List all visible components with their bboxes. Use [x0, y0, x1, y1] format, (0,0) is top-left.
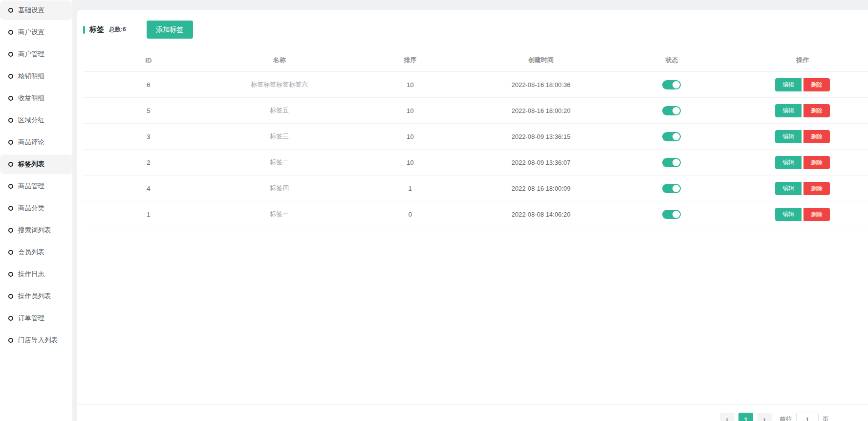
circle-icon [8, 74, 13, 79]
cell-sort: 0 [345, 211, 476, 218]
toggle-knob [673, 185, 680, 192]
circle-icon [8, 96, 13, 101]
total-count: 总数:6 [109, 25, 126, 34]
sidebar-item[interactable]: 商户管理 [0, 44, 72, 64]
table-header-row: ID名称排序创建时间状态操作 [83, 49, 868, 72]
sidebar-item[interactable]: 区域分红 [0, 111, 72, 130]
delete-button[interactable]: 删除 [803, 156, 830, 169]
toggle-knob [673, 81, 680, 89]
cell-created: 2022-08-09 13:36:15 [476, 133, 607, 140]
cell-name: 标签二 [214, 158, 345, 167]
circle-icon [8, 30, 13, 35]
goto-page-input[interactable] [796, 413, 819, 421]
edit-button[interactable]: 编辑 [775, 130, 802, 143]
status-toggle[interactable] [662, 210, 681, 219]
sidebar-item[interactable]: 操作日志 [0, 265, 72, 284]
cell-status [607, 106, 738, 115]
status-toggle[interactable] [662, 158, 681, 167]
cell-created: 2022-08-16 18:00:36 [476, 81, 607, 89]
cell-name: 标签五 [214, 106, 345, 115]
cell-status [607, 184, 738, 193]
sidebar-item[interactable]: 会员列表 [0, 243, 72, 262]
sidebar-item-label: 标签列表 [18, 160, 44, 169]
cell-actions: 编辑 删除 [737, 208, 868, 221]
cell-id: 4 [83, 185, 214, 192]
sidebar-item[interactable]: 门店导入列表 [0, 331, 72, 350]
sidebar-item[interactable]: 商户设置 [0, 22, 72, 42]
cell-name: 标签四 [214, 184, 345, 193]
edit-button[interactable]: 编辑 [775, 78, 802, 91]
cell-status [607, 80, 738, 89]
cell-id: 6 [83, 81, 214, 89]
delete-button[interactable]: 删除 [803, 208, 830, 221]
cell-id: 2 [83, 159, 214, 166]
page-number-button[interactable]: 1 [738, 413, 753, 421]
table-row: 3 标签三 10 2022-08-09 13:36:15 编辑 删除 [83, 124, 868, 150]
status-toggle[interactable] [662, 106, 681, 115]
edit-button[interactable]: 编辑 [775, 208, 802, 221]
sidebar-item[interactable]: 订单管理 [0, 309, 72, 328]
table-row: 5 标签五 10 2022-08-16 18:00:20 编辑 删除 [83, 98, 868, 124]
sidebar-item[interactable]: 商品评论 [0, 133, 72, 152]
circle-icon [8, 250, 13, 255]
cell-id: 1 [83, 211, 214, 218]
status-toggle[interactable] [662, 132, 681, 141]
cell-name: 标签一 [214, 210, 345, 219]
sidebar-item[interactable]: 商品管理 [0, 177, 72, 196]
delete-button[interactable]: 删除 [803, 182, 830, 195]
prev-page-button[interactable]: ‹ [720, 413, 735, 421]
circle-icon [8, 316, 13, 321]
add-tag-button[interactable]: 添加标签 [147, 21, 193, 39]
sidebar-item[interactable]: 商品分类 [0, 199, 72, 218]
status-toggle[interactable] [662, 80, 681, 89]
toggle-knob [673, 211, 680, 218]
sidebar-item-label: 区域分红 [18, 116, 44, 125]
sidebar: 基础设置 商户设置 商户管理 核销明细 收益明细 区域分红 商品评论 标签列表 … [0, 0, 72, 421]
cell-status [607, 210, 738, 219]
sidebar-item[interactable]: 操作员列表 [0, 287, 72, 306]
next-page-button[interactable]: › [757, 413, 772, 421]
edit-button[interactable]: 编辑 [775, 182, 802, 195]
sidebar-item-label: 订单管理 [18, 314, 44, 323]
sidebar-item[interactable]: 核销明细 [0, 66, 72, 86]
circle-icon [8, 294, 13, 299]
card-footer: ‹ 1 › 前往 页 [77, 404, 868, 421]
cell-created: 2022-08-16 18:00:09 [476, 185, 607, 192]
cell-created: 2022-08-09 13:36:07 [476, 159, 607, 166]
sidebar-item[interactable]: 搜索词列表 [0, 221, 72, 240]
sidebar-item-label: 搜索词列表 [18, 226, 51, 235]
edit-button[interactable]: 编辑 [775, 104, 802, 117]
page-unit-label: 页 [823, 415, 829, 421]
sidebar-item[interactable]: 基础设置 [0, 0, 72, 20]
edit-button[interactable]: 编辑 [775, 156, 802, 169]
sidebar-item[interactable]: 标签列表 [0, 155, 72, 174]
sidebar-item-label: 基础设置 [18, 6, 44, 15]
delete-button[interactable]: 删除 [803, 104, 830, 117]
cell-id: 3 [83, 133, 214, 140]
sidebar-item-label: 会员列表 [18, 248, 44, 257]
delete-button[interactable]: 删除 [803, 130, 830, 143]
goto-label: 前往 [780, 415, 792, 421]
sidebar-item-label: 商户管理 [18, 50, 44, 59]
status-toggle[interactable] [662, 184, 681, 193]
table-row: 6 标签标签标签标签六 10 2022-08-16 18:00:36 编辑 删除 [83, 72, 868, 98]
sidebar-item-label: 商品评论 [18, 138, 44, 147]
column-header: ID [83, 57, 214, 64]
sidebar-item[interactable]: 收益明细 [0, 89, 72, 108]
table-row: 2 标签二 10 2022-08-09 13:36:07 编辑 删除 [83, 150, 868, 176]
circle-icon [8, 118, 13, 123]
content-card: 标签 总数:6 添加标签 ID名称排序创建时间状态操作 6 标签标签标签标签六 … [77, 10, 868, 421]
tags-table: ID名称排序创建时间状态操作 6 标签标签标签标签六 10 2022-08-16… [83, 49, 868, 227]
cell-sort: 10 [345, 159, 476, 166]
table-body: 6 标签标签标签标签六 10 2022-08-16 18:00:36 编辑 删除… [83, 72, 868, 227]
circle-icon [8, 8, 13, 13]
sidebar-item-label: 核销明细 [18, 72, 44, 81]
cell-sort: 10 [345, 81, 476, 89]
toggle-knob [673, 107, 680, 114]
delete-button[interactable]: 删除 [803, 78, 830, 91]
sidebar-nav: 基础设置 商户设置 商户管理 核销明细 收益明细 区域分红 商品评论 标签列表 … [0, 0, 72, 350]
circle-icon [8, 140, 13, 145]
cell-status [607, 132, 738, 141]
page-title: 标签 [89, 25, 104, 34]
cell-actions: 编辑 删除 [737, 104, 868, 117]
